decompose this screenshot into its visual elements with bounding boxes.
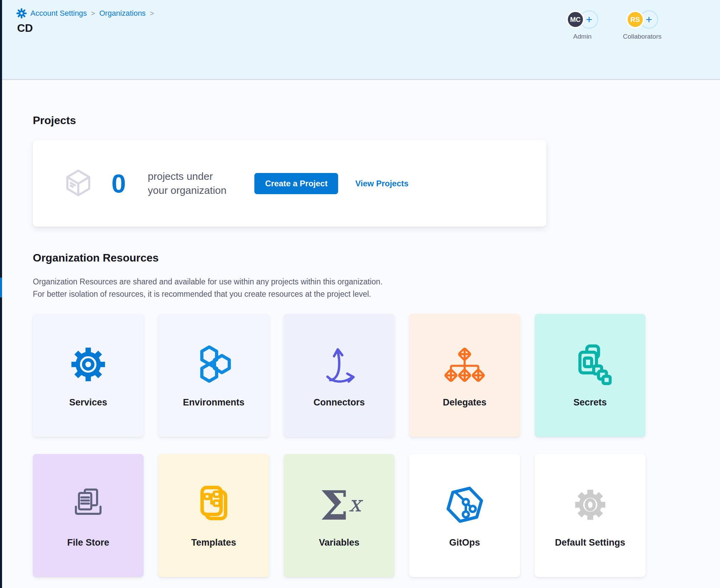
svg-text:Σ: Σ [320, 482, 348, 527]
card-services[interactable]: Services [33, 314, 144, 437]
cube-icon [59, 165, 97, 202]
breadcrumb-link-account-settings[interactable]: Account Settings [16, 8, 87, 18]
card-default-settings[interactable]: Default Settings [535, 454, 645, 577]
collapsed-sidebar-strip[interactable] [0, 0, 2, 588]
create-project-button[interactable]: Create a Project [254, 173, 338, 194]
page-title: CD [17, 22, 33, 35]
hexagons-icon [193, 337, 234, 392]
sidebar-active-indicator [0, 278, 2, 297]
card-label: Connectors [314, 397, 365, 408]
card-secrets[interactable]: Secrets [535, 314, 645, 437]
card-connectors[interactable]: Connectors [284, 314, 395, 437]
collaborators-label: Collaborators [623, 33, 662, 40]
breadcrumb-separator: > [91, 9, 95, 17]
documents-tray-icon [68, 477, 109, 532]
project-count-caption: projects under your organization [148, 170, 226, 197]
settings-gear-icon [16, 8, 27, 18]
collaborators-group: RS + Collaborators [623, 9, 662, 40]
admin-group: MC + Admin [566, 9, 598, 40]
gear-outline-icon [571, 477, 610, 532]
view-projects-link[interactable]: View Projects [355, 179, 409, 188]
card-variables[interactable]: Σ x Variables [284, 454, 395, 577]
card-label: File Store [67, 537, 109, 548]
breadcrumb-label: Organizations [99, 9, 146, 18]
collaborator-avatar[interactable]: RS [626, 11, 644, 28]
resource-card-grid: Services Environments Connectors [33, 314, 645, 577]
svg-text:x: x [349, 491, 363, 517]
card-templates[interactable]: Templates [158, 454, 269, 577]
project-count: 0 [111, 171, 126, 197]
git-branch-hexagon-icon [443, 477, 486, 532]
breadcrumb: Account Settings > Organizations > [16, 8, 154, 18]
card-file-store[interactable]: File Store [33, 454, 144, 577]
org-resources-description: Organization Resources are shared and av… [33, 276, 383, 300]
card-label: Secrets [573, 397, 607, 408]
org-header: Account Settings > Organizations > CD MC… [2, 0, 720, 80]
projects-summary-card: 0 projects under your organization Creat… [33, 140, 546, 227]
admin-label: Admin [573, 33, 592, 40]
card-label: Default Settings [555, 537, 625, 548]
delegates-network-icon [444, 337, 485, 392]
sigma-icon: Σ x [314, 477, 365, 532]
gear-icon [68, 337, 108, 392]
projects-heading: Projects [33, 114, 76, 127]
members-area: MC + Admin RS + Collaborators [566, 9, 662, 40]
breadcrumb-link-organizations[interactable]: Organizations [99, 9, 146, 18]
card-label: Variables [319, 537, 360, 548]
breadcrumb-label: Account Settings [30, 9, 87, 18]
padlock-icon [569, 337, 612, 392]
card-gitops[interactable]: GitOps [409, 454, 520, 577]
card-label: Environments [183, 397, 244, 408]
org-overview-page: { "breadcrumb": { "separator": ">", "ite… [0, 0, 720, 588]
breadcrumb-separator: > [150, 9, 154, 17]
card-label: Services [69, 397, 107, 408]
template-stack-icon [192, 477, 235, 532]
curved-arrows-icon [319, 337, 360, 392]
card-label: GitOps [449, 537, 480, 548]
admin-avatar[interactable]: MC [566, 11, 584, 28]
card-environments[interactable]: Environments [158, 314, 269, 437]
card-delegates[interactable]: Delegates [409, 314, 520, 437]
card-label: Templates [191, 537, 236, 548]
org-resources-heading: Organization Resources [33, 252, 159, 264]
card-label: Delegates [443, 397, 486, 408]
